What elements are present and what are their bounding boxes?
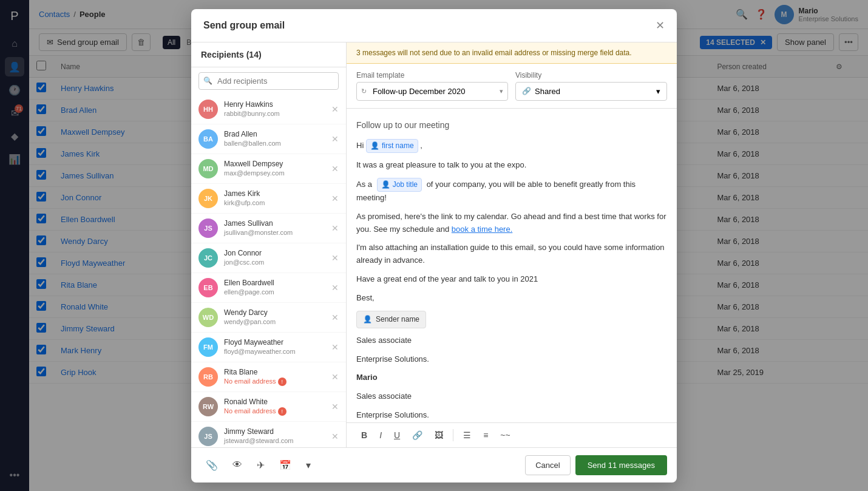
image-button[interactable]: 🖼 [430,428,448,442]
recipient-avatar: BA [198,129,218,149]
recipient-avatar: RB [198,367,218,387]
dialog-body: Recipients (14) 🔍 HH Henry Hawkins rabbi… [191,42,677,447]
remove-recipient-button[interactable]: ✕ [331,253,339,263]
attach-file-button[interactable]: 📎 [201,456,223,475]
recipient-item: EB Ellen Boardwell ellen@page.com ✕ [191,273,346,303]
remove-recipient-button[interactable]: ✕ [331,194,339,203]
template-chevron-icon: ▾ [500,87,503,95]
footer-left: 📎 👁 ✈ 📅 ▾ [201,456,316,475]
template-select[interactable]: Follow-up December 2020 [356,82,508,101]
remove-recipient-button[interactable]: ✕ [331,104,339,114]
visibility-select[interactable]: 🔗 Shared ▾ [515,82,667,101]
preview-button[interactable]: 👁 [228,456,247,475]
recipient-avatar: MD [198,159,218,178]
recipient-item: JS Jimmy Steward jsteward@steward.com ✕ [191,422,346,447]
recipient-info: Rita Blane No email address ! [224,368,325,386]
template-select-wrapper: ↻ Follow-up December 2020 ▾ [356,82,508,101]
recipients-search-icon: 🔍 [203,76,212,85]
email-line3: As promised, here's the link to my calen… [356,211,667,236]
shared-icon: 🔗 [522,87,531,95]
recipient-item: BA Brad Allen ballen@ballen.com ✕ [191,124,346,154]
remove-recipient-button[interactable]: ✕ [331,134,339,144]
recipients-title: Recipients (14) [201,50,262,59]
recipient-name: Henry Hawkins [224,100,325,109]
calendar-link[interactable]: book a time here. [452,225,512,234]
bullet-list-button[interactable]: ☰ [458,428,476,442]
remove-recipient-button[interactable]: ✕ [331,372,339,382]
email-panel: 3 messages will not send due to an inval… [347,42,677,447]
numbered-list-button[interactable]: ≡ [478,428,493,442]
recipient-info: Maxwell Dempsey max@dempsey.com [224,160,325,177]
recipient-info: Wendy Darcy wendy@pan.com [224,308,325,326]
email-content: Follow up to our meeting Hi 👤 first name… [347,109,677,422]
person-icon: 👤 [370,140,379,152]
recipient-name: Floyd Mayweather [224,338,325,347]
send-email-dialog: Send group email ✕ Recipients (14) 🔍 HH [191,9,677,483]
remove-recipient-button[interactable]: ✕ [331,223,339,233]
underline-button[interactable]: U [389,428,405,442]
recipient-info: Jimmy Steward jsteward@steward.com [224,427,325,445]
recipient-info: James Sullivan jsullivan@monster.com [224,219,325,237]
link-button[interactable]: 🔗 [407,428,427,442]
email-company: Enterprise Solutions. [356,353,667,366]
sender-icon: 👤 [363,314,372,325]
recipients-search-input[interactable] [198,72,339,90]
email-format-toolbar: B I U 🔗 🖼 ☰ ≡ ~~ [347,422,677,447]
toolbar-separator-1 [453,429,453,441]
error-icon: ! [278,407,287,415]
visibility-group: Visibility 🔗 Shared ▾ [515,71,667,101]
remove-recipient-button[interactable]: ✕ [331,342,339,352]
tracking-button[interactable]: ✈ [252,456,270,475]
schedule-chevron-button[interactable]: ▾ [301,456,316,475]
recipient-email: ballen@ballen.com [224,140,281,147]
recipient-info: Brad Allen ballen@ballen.com [224,130,325,147]
email-sender-field-row: 👤 Sender name [356,311,667,328]
remove-recipient-button[interactable]: ✕ [331,402,339,411]
remove-recipient-button[interactable]: ✕ [331,164,339,174]
recipient-avatar: HH [198,100,218,119]
recipient-item: WD Wendy Darcy wendy@pan.com ✕ [191,303,346,333]
visibility-label: Visibility [515,71,667,80]
recipients-search: 🔍 [198,72,339,90]
error-icon: ! [278,378,287,385]
recipient-name: James Kirk [224,189,325,198]
email-subject: Follow up to our meeting [356,118,667,132]
recipient-avatar: JC [198,248,218,268]
dialog-header: Send group email ✕ [191,9,677,42]
recipient-email: floyd@mayweather.com [224,348,296,355]
remove-recipient-button[interactable]: ✕ [331,432,339,441]
recipient-name: Rita Blane [224,368,325,376]
dialog-title: Send group email [203,20,285,31]
dialog-footer: 📎 👁 ✈ 📅 ▾ Cancel Send 11 messages [191,447,677,483]
recipient-info: Ellen Boardwell ellen@page.com [224,279,325,296]
job-title-merge-field: 👤 Job title [377,178,422,192]
email-body: Follow up to our meeting Hi 👤 first name… [347,109,677,422]
recipient-item: FM Floyd Mayweather floyd@mayweather.com… [191,333,346,362]
recipient-name: Maxwell Dempsey [224,160,325,168]
visibility-value: Shared [535,87,653,96]
email-template-group: Email template ↻ Follow-up December 2020… [356,71,508,101]
recipient-email: wendy@pan.com [224,318,276,325]
email-line1: It was a great pleasure to talk to you a… [356,159,667,172]
remove-recipient-button[interactable]: ✕ [331,313,339,322]
recipient-email: jsteward@steward.com [224,437,293,444]
email-signature-name: Mario [356,371,667,384]
bold-button[interactable]: B [356,428,372,442]
recipient-email: kirk@ufp.com [224,199,265,206]
strikethrough-button[interactable]: ~~ [495,428,515,442]
recipient-item: RW Ronald White No email address ! ✕ [191,392,346,422]
email-line4: I'm also attaching an installation guide… [356,242,667,267]
schedule-button[interactable]: 📅 [274,456,296,475]
recipient-info: Jon Connor jon@csc.com [224,249,325,266]
recipient-name: Jimmy Steward [224,427,325,436]
email-signature-role: Sales associate [356,390,667,403]
recipient-info: Ronald White No email address ! [224,398,325,416]
recipient-email: rabbit@bunny.com [224,110,280,117]
send-button[interactable]: Send 11 messages [575,455,667,475]
recipient-item: JS James Sullivan jsullivan@monster.com … [191,214,346,243]
italic-button[interactable]: I [375,428,387,442]
remove-recipient-button[interactable]: ✕ [331,283,339,293]
cancel-button[interactable]: Cancel [525,455,570,475]
dialog-close-button[interactable]: ✕ [656,19,665,32]
recipient-avatar: JS [198,218,218,238]
